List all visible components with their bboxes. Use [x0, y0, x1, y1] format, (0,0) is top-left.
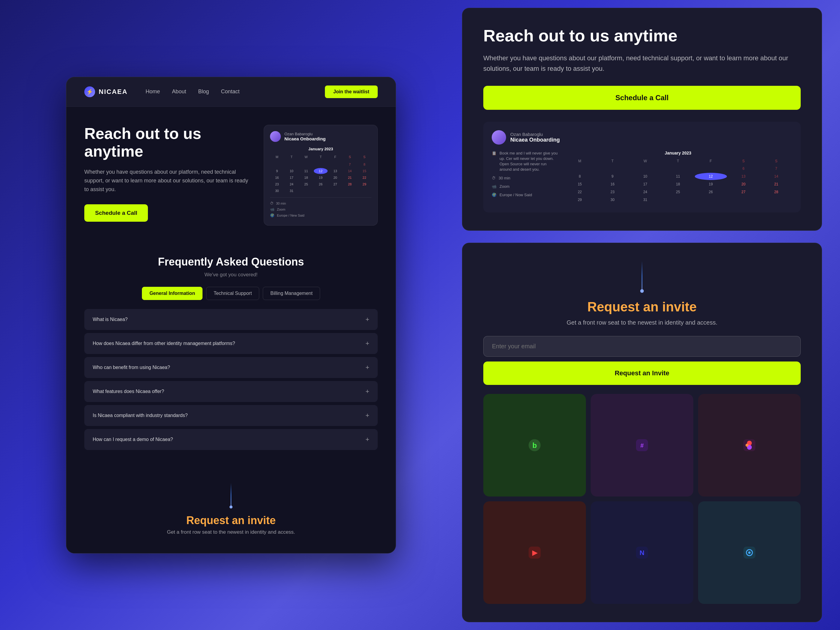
lc-cell[interactable]: 6: [728, 165, 759, 172]
cal-cell[interactable]: 10: [285, 168, 299, 174]
app-icon-y: ▶: [483, 501, 586, 604]
cal-cell[interactable]: 9: [270, 168, 284, 174]
lc-cell[interactable]: 18: [662, 181, 694, 188]
cal-cell[interactable]: 17: [285, 175, 299, 181]
app-icons-grid: b # ▶ N: [483, 394, 801, 604]
reach-out-card: Reach out to us anytime Whether you have…: [462, 8, 822, 231]
cal-cell[interactable]: 16: [270, 175, 284, 181]
cal-cell[interactable]: 8: [357, 161, 371, 167]
nav-blog[interactable]: Blog: [198, 88, 209, 95]
video-icon: 📹: [492, 184, 496, 189]
cal-cell[interactable]: 29: [357, 181, 371, 187]
lc-h-f: F: [695, 159, 727, 163]
lc-cell[interactable]: 28: [760, 188, 792, 196]
cal-cell[interactable]: 15: [357, 168, 371, 174]
lc-cell[interactable]: 20: [728, 181, 759, 188]
faq-question-2: How does Nicaea differ from other identi…: [93, 341, 235, 346]
lc-cell[interactable]: 26: [695, 188, 727, 196]
faq-item-3[interactable]: Who can benefit from using Nicaea? +: [84, 357, 378, 378]
website-mockup: ⚡ NICAEA Home About Blog Contact Join th…: [66, 77, 396, 554]
cal-cell[interactable]: 21: [343, 175, 357, 181]
faq-tab-billing[interactable]: Billing Management: [263, 287, 320, 300]
lc-cell: [597, 165, 628, 172]
lc-event-title: Nicaea Onboarding: [510, 137, 560, 143]
cal-cell-today[interactable]: 12: [314, 168, 328, 174]
lc-cell[interactable]: 30: [597, 196, 628, 204]
lc-cell[interactable]: 27: [728, 188, 759, 196]
cal-cell[interactable]: 24: [285, 181, 299, 187]
lc-cell[interactable]: 23: [597, 188, 628, 196]
lc-cell[interactable]: 14: [760, 173, 792, 180]
nav-join-waitlist-button[interactable]: Join the waitlist: [325, 85, 378, 98]
lc-cell[interactable]: 10: [629, 173, 661, 180]
plus-icon-4: +: [365, 388, 369, 395]
lc-avatar: [492, 130, 506, 145]
faq-tab-general[interactable]: General Information: [142, 287, 202, 300]
cal-cell[interactable]: 13: [328, 168, 342, 174]
faq-item-4[interactable]: What features does Nicaea offer? +: [84, 381, 378, 402]
lc-cell[interactable]: 16: [597, 181, 628, 188]
faq-item-5[interactable]: Is Nicaea compliant with industry standa…: [84, 405, 378, 426]
lc-cell[interactable]: 31: [629, 196, 661, 204]
lc-profile: Ozan Babaroglu Nicaea Onboarding: [492, 130, 792, 145]
faq-item-6[interactable]: How can I request a demo of Nicaea? +: [84, 429, 378, 450]
lc-cell[interactable]: 8: [564, 173, 596, 180]
cal-cell[interactable]: 22: [357, 175, 371, 181]
cal-cell: [299, 161, 313, 167]
nav-home[interactable]: Home: [145, 88, 160, 95]
cal-h-f: F: [328, 154, 342, 159]
lc-cell[interactable]: 13: [728, 173, 759, 180]
request-invite-button[interactable]: Request an Invite: [483, 362, 801, 385]
lc-cell: [564, 165, 596, 172]
nav-contact[interactable]: Contact: [221, 88, 239, 95]
cal-cell[interactable]: 20: [328, 175, 342, 181]
left-panel: ⚡ NICAEA Home About Blog Contact Join th…: [0, 0, 462, 630]
cal-h-w: W: [299, 154, 313, 159]
lc-cell[interactable]: 9: [597, 173, 628, 180]
cal-cell[interactable]: 18: [299, 175, 313, 181]
lc-cell[interactable]: 17: [629, 181, 661, 188]
cal-cell[interactable]: 28: [343, 181, 357, 187]
hero-section: Reach out to us anytime Whether you have…: [66, 107, 396, 241]
cal-cell[interactable]: 14: [343, 168, 357, 174]
hero-title: Reach out to us anytime: [84, 125, 252, 161]
invite-card-title: Request an invite: [587, 299, 696, 314]
app-icon-figma: [698, 394, 801, 496]
lc-cell: [662, 165, 694, 172]
lc-cell[interactable]: 15: [564, 181, 596, 188]
cal-cell[interactable]: 25: [299, 181, 313, 187]
cal-cell[interactable]: 11: [299, 168, 313, 174]
lc-cell[interactable]: 24: [629, 188, 661, 196]
cal-cell[interactable]: 26: [314, 181, 328, 187]
faq-item-2[interactable]: How does Nicaea differ from other identi…: [84, 333, 378, 354]
lc-cell[interactable]: 21: [760, 181, 792, 188]
email-input[interactable]: [483, 336, 801, 357]
faq-tab-technical[interactable]: Technical Support: [206, 287, 259, 300]
cal-avatar: [270, 131, 281, 142]
lc-h-t1: T: [597, 159, 628, 163]
video-icon: 📹: [270, 207, 275, 212]
cal-cell[interactable]: 31: [285, 188, 299, 194]
lc-cell-today[interactable]: 12: [695, 173, 727, 180]
lc-cell[interactable]: 11: [662, 173, 694, 180]
app-icon-n: N: [591, 501, 693, 604]
connector-line: [231, 483, 231, 507]
lc-cell[interactable]: 19: [695, 181, 727, 188]
svg-text:b: b: [532, 441, 537, 449]
lc-profile-name: Ozan Babaroglu: [510, 132, 560, 137]
lc-cell[interactable]: 22: [564, 188, 596, 196]
lc-cell[interactable]: 7: [760, 165, 792, 172]
nav-about[interactable]: About: [172, 88, 186, 95]
reach-schedule-call-button[interactable]: Schedule a Call: [483, 86, 801, 110]
cal-cell[interactable]: 27: [328, 181, 342, 187]
hero-schedule-call-button[interactable]: Schedule a Call: [84, 204, 148, 222]
cal-cell[interactable]: 7: [343, 161, 357, 167]
cal-cell[interactable]: 23: [270, 181, 284, 187]
cal-cell: [285, 161, 299, 167]
faq-item-1[interactable]: What is Nicaea? +: [84, 309, 378, 330]
lc-detail-panel: 📋 Book me and I will never give you up. …: [492, 151, 558, 204]
lc-cell[interactable]: 25: [662, 188, 694, 196]
lc-cell[interactable]: 29: [564, 196, 596, 204]
cal-cell[interactable]: 30: [270, 188, 284, 194]
cal-cell[interactable]: 19: [314, 175, 328, 181]
